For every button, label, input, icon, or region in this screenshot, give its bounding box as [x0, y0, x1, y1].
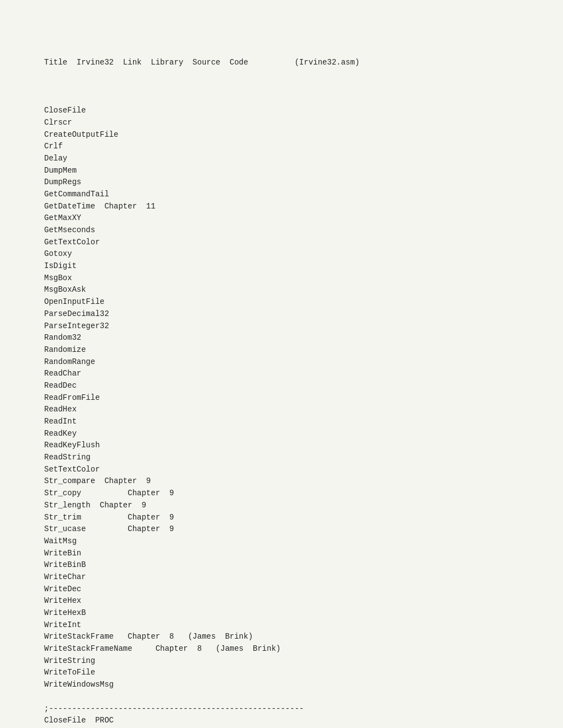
code-lines: CloseFileClrscrCreateOutputFileCrlfDelay… [44, 93, 519, 728]
code-line: Str_ucase Chapter 9 [44, 523, 519, 536]
code-line: Randomize [44, 344, 519, 356]
code-line: WriteChar [44, 571, 519, 584]
code-line: WaitMsg [44, 536, 519, 548]
code-line: CloseFile PROC [44, 715, 519, 727]
code-line: GetMseconds [44, 224, 519, 237]
code-line: ReadChar [44, 368, 519, 380]
code-line: GetMaxXY [44, 212, 519, 224]
code-line: ParseInteger32 [44, 320, 519, 333]
code-line: WriteHexB [44, 607, 519, 619]
code-line: RandomRange [44, 356, 519, 368]
code-line: WriteString [44, 655, 519, 667]
code-line: ReadKey [44, 428, 519, 440]
code-line: DumpRegs [44, 176, 519, 189]
code-line: IsDigit [44, 260, 519, 272]
code-line: ParseDecimal32 [44, 308, 519, 320]
code-line: ReadHex [44, 404, 519, 416]
code-line: Clrscr [44, 117, 519, 129]
code-line: WriteDec [44, 584, 519, 596]
code-line: WriteStackFrame Chapter 8 (James Brink) [44, 631, 519, 643]
code-line: Str_trim Chapter 9 [44, 512, 519, 524]
code-line: Str_copy Chapter 9 [44, 488, 519, 500]
source-code-view: Title Irvine32 Link Library Source Code … [44, 33, 519, 728]
code-line: CloseFile [44, 105, 519, 117]
code-line: DumpMem [44, 165, 519, 177]
code-line: OpenInputFile [44, 296, 519, 308]
code-line: WriteWindowsMsg [44, 679, 519, 691]
code-line: ReadString [44, 452, 519, 464]
code-line: GetCommandTail [44, 189, 519, 201]
code-line: SetTextColor [44, 464, 519, 476]
code-line: ReadKeyFlush [44, 440, 519, 452]
code-line: Random32 [44, 332, 519, 344]
code-line: Gotoxy [44, 248, 519, 260]
code-line: Str_compare Chapter 9 [44, 475, 519, 488]
code-line: WriteBin [44, 548, 519, 560]
code-line: WriteInt [44, 619, 519, 631]
code-line [44, 93, 519, 105]
title-line: Title Irvine32 Link Library Source Code … [44, 57, 519, 69]
code-line: WriteBinB [44, 559, 519, 571]
code-line: MsgBoxAsk [44, 284, 519, 296]
code-line: Crlf [44, 141, 519, 153]
code-line: ;---------------------------------------… [44, 703, 519, 715]
code-line: ReadFromFile [44, 392, 519, 404]
code-line: GetTextColor [44, 237, 519, 249]
code-line [44, 691, 519, 703]
code-line: Str_length Chapter 9 [44, 500, 519, 512]
code-line: WriteHex [44, 595, 519, 607]
code-line: ReadDec [44, 380, 519, 392]
code-line: MsgBox [44, 272, 519, 285]
code-line: CreateOutputFile [44, 129, 519, 141]
code-line: WriteToFile [44, 667, 519, 679]
code-line: WriteStackFrameName Chapter 8 (James Bri… [44, 643, 519, 655]
code-line: ReadInt [44, 416, 519, 428]
code-line: GetDateTime Chapter 11 [44, 201, 519, 213]
code-line: Delay [44, 153, 519, 165]
